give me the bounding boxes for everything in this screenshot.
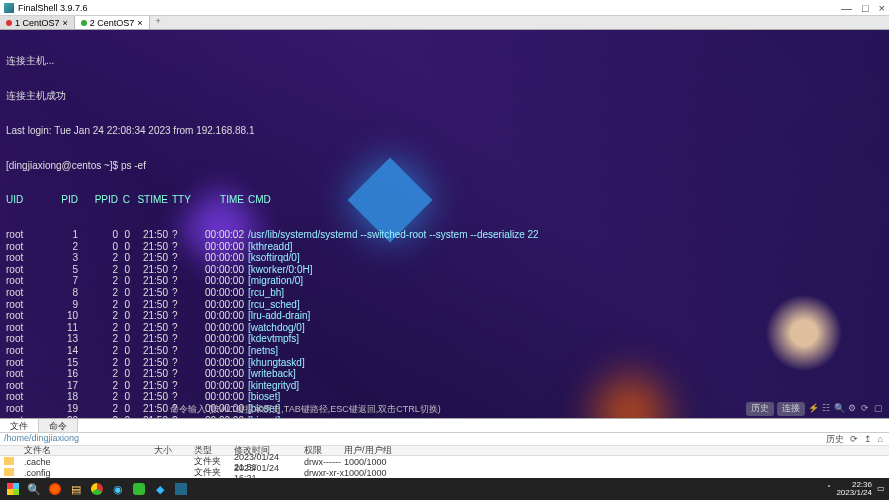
maximize-button[interactable]: □ xyxy=(862,2,869,14)
process-row: root112021:50?00:00:00[watchdog/0] xyxy=(6,322,883,334)
file-panel: 文件 命令 /home/dingjiaxiong 历史 ⟳ ↥ ⌂ 文件名大小类… xyxy=(0,418,889,478)
minimize-button[interactable]: — xyxy=(841,2,852,14)
process-row: root72021:50?00:00:00[migration/0] xyxy=(6,275,883,287)
close-button[interactable]: × xyxy=(879,2,885,14)
process-row: root20021:50?00:00:00[kthreadd] xyxy=(6,241,883,253)
title-bar: FinalShell 3.9.7.6 — □ × xyxy=(0,0,889,16)
tab-commands[interactable]: 命令 xyxy=(39,419,78,432)
dingtalk-icon[interactable]: ◆ xyxy=(151,480,169,498)
up-icon[interactable]: ↥ xyxy=(864,434,872,444)
tab-add-button[interactable]: + xyxy=(150,16,167,29)
file-row[interactable]: .cache文件夹2023/01/24 21:51drwx------1000/… xyxy=(0,456,889,467)
terminal-line: 连接主机成功 xyxy=(6,90,883,102)
history-button[interactable]: 历史 xyxy=(746,402,774,416)
terminal-footer: 历史 连接 ⚡ ☷ 🔍 ⚙ ⟳ ▢ xyxy=(746,402,883,416)
refresh-icon[interactable]: ⟳ xyxy=(860,403,870,415)
refresh-icon[interactable]: ⟳ xyxy=(850,434,858,444)
explorer-icon[interactable]: ▤ xyxy=(67,480,85,498)
terminal-line: Last login: Tue Jan 24 22:08:34 2023 fro… xyxy=(6,125,883,137)
terminal-line: 连接主机... xyxy=(6,55,883,67)
edge-icon[interactable]: ◉ xyxy=(109,480,127,498)
wechat-icon[interactable] xyxy=(130,480,148,498)
finalshell-icon[interactable] xyxy=(172,480,190,498)
firefox-icon[interactable] xyxy=(46,480,64,498)
process-row: root10021:50?00:00:02/usr/lib/systemd/sy… xyxy=(6,229,883,241)
clock[interactable]: 22:362023/1/24 xyxy=(836,481,872,497)
windows-taskbar: 🔍 ▤ ◉ ◆ ˄ 22:362023/1/24 ▭ xyxy=(0,478,889,500)
tab-files[interactable]: 文件 xyxy=(0,419,39,432)
file-row[interactable]: .config文件夹2023/01/24 16:21drwxr-xr-x1000… xyxy=(0,467,889,478)
status-dot-icon xyxy=(6,20,12,26)
notification-icon[interactable]: ▭ xyxy=(877,485,885,493)
tab-close-icon[interactable]: × xyxy=(137,18,142,28)
connect-button[interactable]: 连接 xyxy=(777,402,805,416)
process-row: root172021:50?00:00:00[kintegrityd] xyxy=(6,380,883,392)
process-row: root152021:50?00:00:00[khungtaskd] xyxy=(6,357,883,369)
session-tabs: 1 CentOS7× 2 CentOS7× + xyxy=(0,16,889,30)
window-icon[interactable]: ▢ xyxy=(873,403,883,415)
process-row: root32021:50?00:00:00[ksoftirqd/0] xyxy=(6,252,883,264)
terminal-prompt: [dingjiaxiong@centos ~]$ ps -ef xyxy=(6,160,883,172)
home-icon[interactable]: ⌂ xyxy=(878,434,883,444)
process-row: root102021:50?00:00:00[lru-add-drain] xyxy=(6,310,883,322)
process-row: root52021:50?00:00:00[kworker/0:0H] xyxy=(6,264,883,276)
process-row: root182021:50?00:00:00[bioset] xyxy=(6,391,883,403)
process-row: root132021:50?00:00:00[kdevtmpfs] xyxy=(6,333,883,345)
tab-close-icon[interactable]: × xyxy=(63,18,68,28)
process-row: root142021:50?00:00:00[netns] xyxy=(6,345,883,357)
status-dot-icon xyxy=(81,20,87,26)
tab-session-1[interactable]: 1 CentOS7× xyxy=(0,16,75,29)
gear-icon[interactable]: ⚙ xyxy=(847,403,857,415)
file-header: 文件名大小类型修改时间权限用户/用户组 xyxy=(0,445,889,456)
input-hint: 命令输入 (按ALT键提示历史,TAB键路径,ESC键返回,双击CTRL切换) xyxy=(170,404,441,416)
chart-icon[interactable]: ☷ xyxy=(821,403,831,415)
ps-header: UIDPIDPPIDCSTIMETTYTIMECMD xyxy=(6,194,883,206)
app-icon xyxy=(4,3,14,13)
chrome-icon[interactable] xyxy=(88,480,106,498)
start-button[interactable] xyxy=(4,480,22,498)
history-label[interactable]: 历史 xyxy=(826,433,844,446)
tab-session-2[interactable]: 2 CentOS7× xyxy=(75,16,150,29)
tray-chevron-icon[interactable]: ˄ xyxy=(827,485,831,493)
window-title: FinalShell 3.9.7.6 xyxy=(18,3,88,13)
bolt-icon[interactable]: ⚡ xyxy=(808,403,818,415)
process-row: root162021:50?00:00:00[writeback] xyxy=(6,368,883,380)
search-icon[interactable]: 🔍 xyxy=(25,480,43,498)
process-row: root92021:50?00:00:00[rcu_sched] xyxy=(6,299,883,311)
search-icon[interactable]: 🔍 xyxy=(834,403,844,415)
terminal[interactable]: 连接主机... 连接主机成功 Last login: Tue Jan 24 22… xyxy=(0,30,889,418)
process-row: root82021:50?00:00:00[rcu_bh] xyxy=(6,287,883,299)
